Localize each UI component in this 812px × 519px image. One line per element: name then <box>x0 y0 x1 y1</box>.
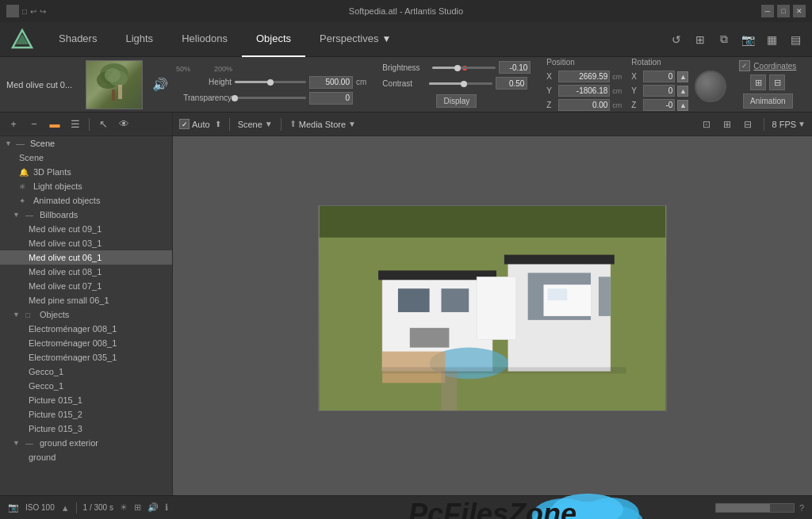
camera-icon[interactable]: 📷 <box>739 31 756 48</box>
tree-item-3d-plants[interactable]: 🔔 3D Plants <box>0 165 172 179</box>
question-icon[interactable]: ? <box>799 503 804 513</box>
copy-icon[interactable]: ⧉ <box>715 31 733 48</box>
sun-icon[interactable]: ☀ <box>120 502 128 513</box>
coordinates-link[interactable]: Coordinates <box>753 62 796 71</box>
tree-item-med-pine-small-06[interactable]: Med pine small 06_1 <box>0 293 172 307</box>
transparency-value[interactable]: 0 <box>309 92 353 105</box>
tree-item-light-objects[interactable]: ✳ Light objects <box>0 179 172 193</box>
tree-item-med-olive-07[interactable]: Med olive cut 07_1 <box>0 279 172 293</box>
viewport: Auto ⬆ Scene ▼ ⬆ Media Store ▼ ⊡ ⊞ ⊟ 8 F… <box>173 113 812 495</box>
arrow-up-icon[interactable]: ▲ <box>61 503 70 513</box>
tree-item-picture-015-2[interactable]: Picture 015_2 <box>0 407 172 422</box>
height-value[interactable]: 500.00 <box>309 76 353 89</box>
info-icon[interactable]: ℹ <box>165 502 168 513</box>
frame-value: 1 / 300 s <box>83 503 113 512</box>
cursor-button[interactable]: ↖ <box>94 116 112 133</box>
brightness-slider[interactable] <box>432 67 496 69</box>
scene-dropdown[interactable]: Scene ▼ <box>238 120 273 129</box>
transparency-slider[interactable] <box>235 97 306 99</box>
height-slider[interactable] <box>235 81 306 83</box>
watermark-text: PcFilesZone <box>408 498 576 519</box>
rot-y-up-btn[interactable]: ▲ <box>677 86 688 97</box>
close-button[interactable]: ✕ <box>793 5 806 17</box>
scene-dropdown-arrow[interactable]: ▼ <box>265 120 273 128</box>
rot-z-value[interactable]: -0 <box>643 99 675 111</box>
tree-item-med-olive-09[interactable]: Med olive cut 09_1 <box>0 222 172 236</box>
tree-item-ground[interactable]: ground <box>0 450 172 464</box>
remove-button[interactable]: − <box>25 116 43 133</box>
tree-item-gecco-2[interactable]: Gecco_1 <box>0 379 172 393</box>
tree-item-electromenager-2[interactable]: Electroménager 008_1 <box>0 336 172 350</box>
brightness-value[interactable]: -0.10 <box>499 61 530 74</box>
pos-z-value[interactable]: 0.00 <box>558 99 610 111</box>
scene-section-header[interactable]: ▼ — Scene <box>0 136 172 151</box>
auto-checkbox[interactable] <box>179 119 190 129</box>
tree-item-med-olive-03[interactable]: Med olive cut 03_1 <box>0 236 172 250</box>
svg-point-6 <box>105 68 121 82</box>
minimize-button[interactable]: ─ <box>761 5 774 17</box>
svg-rect-15 <box>398 288 430 312</box>
svg-rect-7 <box>118 85 122 99</box>
tab-heliodons[interactable]: Heliodons <box>167 22 242 57</box>
pos-z-unit: cm <box>612 101 622 109</box>
contrast-slider[interactable] <box>429 82 492 85</box>
display-button[interactable]: Display <box>436 94 477 108</box>
svg-rect-25 <box>382 367 626 373</box>
add-button[interactable]: + <box>5 116 22 133</box>
refresh-icon[interactable]: ↺ <box>668 31 685 48</box>
rot-y-value[interactable]: 0 <box>643 85 675 97</box>
list-button[interactable]: ☰ <box>67 116 84 133</box>
checkbox-coordinates[interactable]: ✓ <box>739 60 750 71</box>
coord-icon2[interactable]: ⊟ <box>769 74 785 90</box>
tree-item-gecco-1[interactable]: Gecco_1 <box>0 364 172 379</box>
eye-button[interactable]: 👁 <box>115 116 132 133</box>
layout-icon[interactable]: ▦ <box>763 31 780 48</box>
tree-item-picture-015-1[interactable]: Picture 015_1 <box>0 393 172 407</box>
tree-item-med-olive-06[interactable]: Med olive cut 06_1 <box>0 250 172 265</box>
tree-item-scene[interactable]: Scene <box>0 151 172 165</box>
maximize-button[interactable]: □ <box>777 5 790 17</box>
panel-icon[interactable]: ▤ <box>787 31 804 48</box>
tab-lights[interactable]: Lights <box>111 22 167 57</box>
status-sep-1 <box>76 502 77 513</box>
iso-icon[interactable]: 📷 <box>8 502 19 513</box>
media-store-dropdown[interactable]: ⬆ Media Store ▼ <box>289 119 356 129</box>
pos-y-value[interactable]: -1806.18 <box>558 85 610 97</box>
fps-label: 8 FPS <box>772 120 797 129</box>
sound-icon[interactable]: 🔊 <box>147 502 159 513</box>
tree-item-animated-objects[interactable]: ✦ Animated objects <box>0 193 172 208</box>
tree-item-ground-exterior[interactable]: ▼ — ground exterior <box>0 436 172 450</box>
height-label: Height <box>176 78 232 86</box>
tree-item-billboards[interactable]: ▼ — Billboards <box>0 208 172 222</box>
animation-button[interactable]: Animation <box>743 93 792 109</box>
auto-dropdown-arrow[interactable]: ⬆ <box>215 120 221 128</box>
fps-selector[interactable]: 8 FPS ▼ <box>772 120 806 129</box>
grid-2-icon[interactable]: ⊞ <box>719 116 735 132</box>
tree-item-electromenager-3[interactable]: Electroménager 035_1 <box>0 350 172 364</box>
tab-objects[interactable]: Objects <box>242 22 305 57</box>
rot-z-up-btn[interactable]: ▲ <box>677 100 688 111</box>
contrast-value[interactable]: 0.50 <box>496 77 527 90</box>
tree-item-electromenager-1[interactable]: Electroménager 008_1 <box>0 322 172 336</box>
audio-icon[interactable]: 🔊 <box>152 77 168 92</box>
rot-x-value[interactable]: 0 <box>643 71 675 82</box>
tree-item-objects[interactable]: ▼ □ Objects <box>0 307 172 322</box>
tree-item-med-olive-08[interactable]: Med olive cut 08_1 <box>0 265 172 279</box>
tree-item-picture-015-3[interactable]: Picture 015_3 <box>0 422 172 436</box>
rotation-dial[interactable] <box>695 71 726 102</box>
tab-perspectives[interactable]: Perspectives ▼ <box>305 22 405 57</box>
media-store-dropdown-arrow[interactable]: ▼ <box>348 120 356 128</box>
rot-x-up-btn[interactable]: ▲ <box>677 71 688 82</box>
crop-icon[interactable]: ⊞ <box>691 31 709 48</box>
media-store-arrow-left: ⬆ <box>289 119 297 129</box>
grid-1-icon[interactable]: ⊡ <box>699 116 714 132</box>
pos-x-value[interactable]: 2669.59 <box>558 71 610 82</box>
grid-3-icon[interactable]: ⊟ <box>740 116 756 132</box>
svg-rect-16 <box>442 288 469 312</box>
tab-shaders[interactable]: Shaders <box>44 22 111 57</box>
grid-icon[interactable]: ⊞ <box>134 502 141 513</box>
perspectives-dropdown-arrow[interactable]: ▼ <box>381 33 391 44</box>
coord-icon1[interactable]: ⊞ <box>750 74 766 90</box>
orange-tool-button[interactable]: ▬ <box>46 116 63 133</box>
fps-dropdown-arrow[interactable]: ▼ <box>798 120 806 128</box>
